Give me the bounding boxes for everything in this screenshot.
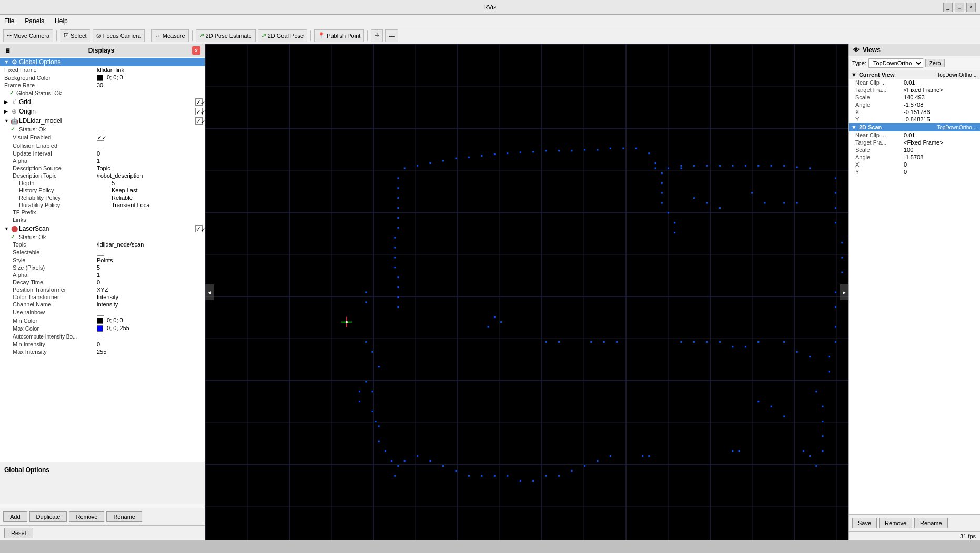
grid-icon: #	[11, 98, 18, 106]
close-button[interactable]: ×	[966, 3, 976, 12]
2d-goal-pose-button[interactable]: ↗ 2D Goal Pose	[258, 29, 307, 42]
measure-button[interactable]: ↔ Measure	[151, 29, 189, 42]
color-transformer-label: Color Transformer	[2, 294, 97, 300]
zero-button[interactable]: Zero	[925, 59, 945, 67]
current-targetfra-row: Target Fra... <Fixed Frame>	[849, 86, 980, 94]
extra-button-2[interactable]: —	[385, 29, 398, 42]
history-policy-value[interactable]: Keep Last	[112, 187, 203, 193]
ldlidar-label: LDLidar_model	[19, 117, 195, 125]
current-nearclip-value[interactable]: 0.01	[904, 79, 978, 86]
2dscan-targetfra-value[interactable]: <Fixed Frame>	[904, 139, 978, 146]
maximize-button[interactable]: □	[955, 3, 964, 12]
2dscan-scale-row: Scale 100	[849, 146, 980, 153]
min-color-value[interactable]: 0; 0; 0	[97, 317, 203, 324]
2dscan-y-value[interactable]: 0	[904, 169, 978, 175]
laserscan-status-label: Status: Ok	[17, 234, 112, 240]
reset-button[interactable]: Reset	[4, 528, 33, 538]
remove-view-button[interactable]: Remove	[879, 518, 912, 528]
frame-rate-value[interactable]: 30	[97, 82, 203, 88]
collision-enabled-label: Collision Enabled	[2, 142, 97, 149]
visual-enabled-checkbox[interactable]: ✓	[97, 134, 104, 141]
remove-display-button[interactable]: Remove	[69, 511, 104, 522]
current-x-row: X -0.151786	[849, 108, 980, 116]
min-intensity-value[interactable]: 0	[97, 341, 203, 347]
current-y-row: Y -0.848215	[849, 116, 980, 123]
grid-row[interactable]: ▶ # Grid ✓	[0, 98, 205, 106]
current-y-value[interactable]: -0.848215	[904, 116, 978, 122]
grid-checkbox[interactable]: ✓	[195, 98, 203, 106]
viewport-left-arrow[interactable]: ◄	[205, 284, 214, 300]
current-scale-value[interactable]: 140.493	[904, 94, 978, 100]
global-options-row[interactable]: ▼ ⚙ Global Options	[0, 58, 205, 66]
current-x-value[interactable]: -0.151786	[904, 109, 978, 115]
laserscan-checkbox[interactable]: ✓	[195, 225, 203, 232]
menu-file[interactable]: File	[2, 16, 16, 26]
displays-header: 🖥 Displays ×	[0, 44, 205, 57]
durability-policy-value[interactable]: Transient Local	[112, 202, 203, 208]
update-interval-value[interactable]: 0	[97, 150, 203, 157]
viewport-right-arrow[interactable]: ►	[840, 284, 848, 300]
2dscan-scale-value[interactable]: 100	[904, 147, 978, 153]
views-buttons-bar: Save Remove Rename	[849, 514, 980, 531]
displays-close-button[interactable]: ×	[192, 46, 200, 55]
2dscan-angle-value[interactable]: -1.5708	[904, 154, 978, 160]
laserscan-row[interactable]: ▼ ⬤ LaserScan ✓	[0, 224, 205, 233]
reliability-policy-value[interactable]: Reliable	[112, 194, 203, 201]
current-targetfra-value[interactable]: <Fixed Frame>	[904, 87, 978, 93]
2d-scan-section: ▼ 2D Scan TopDownOrtho ... Near Clip ...…	[849, 123, 980, 176]
add-button[interactable]: Add	[3, 511, 27, 522]
move-camera-button[interactable]: ⊹ Move Camera	[3, 29, 53, 42]
autocompute-checkbox[interactable]	[97, 333, 104, 340]
menu-panels[interactable]: Panels	[23, 16, 46, 26]
max-intensity-value[interactable]: 255	[97, 349, 203, 355]
2dscan-nearclip-value[interactable]: 0.01	[904, 132, 978, 138]
duplicate-button[interactable]: Duplicate	[29, 511, 67, 522]
toolbar-separator-4	[310, 30, 311, 41]
focus-camera-button[interactable]: ◎ Focus Camera	[93, 29, 145, 42]
size-pixels-value[interactable]: 5	[97, 264, 203, 271]
decay-time-value[interactable]: 0	[97, 279, 203, 285]
type-label: Type:	[852, 60, 866, 66]
max-color-value[interactable]: 0; 0; 255	[97, 325, 203, 332]
ldlidar-alpha-value[interactable]: 1	[97, 158, 203, 164]
ldlidar-model-row[interactable]: ▼ 🤖 LDLidar_model ✓	[0, 117, 205, 125]
views-type-select[interactable]: TopDownOrtho	[868, 58, 923, 68]
channel-name-value[interactable]: intensity	[97, 301, 203, 308]
fixed-frame-value[interactable]: ldlidar_link	[97, 67, 203, 73]
pose-icon: ↗	[199, 32, 204, 39]
use-rainbow-checkbox[interactable]	[97, 309, 104, 316]
save-view-button[interactable]: Save	[852, 518, 877, 528]
menu-help[interactable]: Help	[53, 16, 70, 26]
collision-enabled-checkbox[interactable]	[97, 142, 104, 149]
global-status-label: Global Status: Ok	[14, 90, 98, 96]
background-color-value[interactable]: 0; 0; 0	[97, 74, 203, 81]
publish-point-button[interactable]: 📍 Publish Point	[314, 29, 364, 42]
laserscan-topic-value[interactable]: /ldlidar_node/scan	[97, 241, 203, 248]
color-transformer-value[interactable]: Intensity	[97, 294, 203, 300]
desc-topic-value[interactable]: /robot_description	[97, 172, 203, 179]
origin-checkbox[interactable]: ✓	[195, 108, 203, 115]
rename-button[interactable]: Rename	[106, 511, 142, 522]
rename-view-button[interactable]: Rename	[914, 518, 948, 528]
position-transformer-value[interactable]: XYZ	[97, 286, 203, 293]
minimize-button[interactable]: _	[943, 3, 953, 12]
origin-row[interactable]: ▶ ⊕ Origin ✓	[0, 107, 205, 116]
toolbar-separator-1	[56, 30, 57, 41]
depth-label: Depth	[17, 180, 112, 186]
alpha-value[interactable]: 1	[97, 272, 203, 278]
depth-value[interactable]: 5	[112, 180, 203, 186]
2dscan-x-value[interactable]: 0	[904, 161, 978, 168]
style-value[interactable]: Points	[97, 257, 203, 263]
2d-pose-estimate-button[interactable]: ↗ 2D Pose Estimate	[196, 29, 256, 42]
current-angle-value[interactable]: -1.5708	[904, 101, 978, 108]
selectable-checkbox[interactable]	[97, 249, 104, 256]
ldlidar-checkbox[interactable]: ✓	[195, 117, 203, 125]
displays-tree[interactable]: ▼ ⚙ Global Options Fixed Frame ldlidar_l…	[0, 57, 205, 462]
fixed-frame-label: Fixed Frame	[2, 67, 97, 73]
desc-source-value[interactable]: Topic	[97, 165, 203, 171]
viewport[interactable]: ◄ ►	[205, 44, 848, 540]
2d-scan-header[interactable]: ▼ 2D Scan TopDownOrtho ...	[849, 123, 980, 131]
select-button[interactable]: ☑ Select	[60, 29, 90, 42]
extra-button-1[interactable]: ✛	[371, 29, 383, 42]
channel-name-label: Channel Name	[2, 301, 97, 308]
